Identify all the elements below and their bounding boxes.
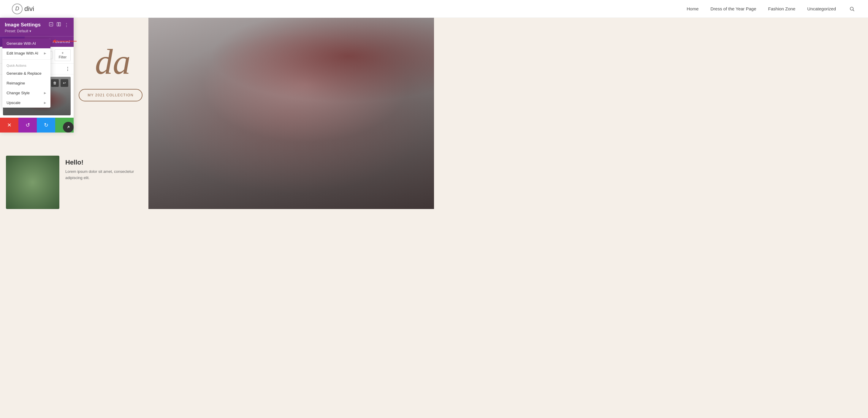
top-navigation: D divi Home Dress of the Year Page Fashi… xyxy=(0,0,434,18)
section-dots-icon[interactable]: ⋮ xyxy=(65,66,70,72)
panel-bottom-buttons: ✕ ↺ ↻ ✓ xyxy=(0,118,73,133)
dropdown-reimagine[interactable]: Reimagine xyxy=(2,78,51,88)
image-overlay xyxy=(148,18,434,209)
dropdown-divider xyxy=(2,59,51,60)
undo-control-button[interactable]: ↩ xyxy=(61,79,68,87)
panel-header-icons: ⋮ xyxy=(49,22,69,28)
logo-text: divi xyxy=(24,5,34,13)
redo-button[interactable]: ↻ xyxy=(37,118,55,133)
svg-rect-4 xyxy=(57,23,59,26)
hello-body: Lorem ipsum dolor sit amet, consectetur … xyxy=(65,169,143,181)
drag-handle[interactable] xyxy=(63,122,73,133)
portrait-thumbnail xyxy=(6,155,59,209)
panel-more-icon[interactable]: ⋮ xyxy=(64,22,69,28)
hello-section: Hello! Lorem ipsum dolor sit amet, conse… xyxy=(65,155,143,181)
panel-title-area: Image Settings Preset: Default ▾ xyxy=(5,22,41,33)
portrait-image xyxy=(6,155,59,209)
right-hero-image xyxy=(148,18,434,209)
site-logo[interactable]: D divi xyxy=(12,4,34,14)
hero-text: da xyxy=(95,41,131,82)
hello-title: Hello! xyxy=(65,159,143,166)
svg-rect-5 xyxy=(59,23,61,26)
panel-header: Image Settings Preset: Default ▾ ⋮ xyxy=(0,18,73,36)
undo-button[interactable]: ↺ xyxy=(19,118,37,133)
collection-button[interactable]: MY 2021 COLLECTION xyxy=(79,89,143,101)
dropdown-upscale[interactable]: Upscale ▶ xyxy=(2,98,51,108)
arrow-indicator xyxy=(53,41,76,41)
panel-expand-icon[interactable] xyxy=(49,22,54,28)
bottom-section: Hello! Lorem ipsum dolor sit amet, conse… xyxy=(0,150,148,209)
arrow-line xyxy=(53,41,76,41)
dropdown-edit-ai[interactable]: Edit Image With AI ▶ xyxy=(2,48,51,58)
change-style-arrow-icon: ▶ xyxy=(44,91,46,95)
panel-columns-icon[interactable] xyxy=(56,22,61,28)
cancel-button[interactable]: ✕ xyxy=(0,118,19,133)
delete-control-button[interactable]: 🗑 xyxy=(51,79,59,87)
logo-icon: D xyxy=(12,4,23,14)
dropdown-change-style[interactable]: Change Style ▶ xyxy=(2,88,51,98)
arrow-head xyxy=(53,39,56,43)
filter-button[interactable]: + Filter xyxy=(55,49,71,61)
panel-title: Image Settings xyxy=(5,22,41,28)
dropdown-menu: Generate With AI Edit Image With AI ▶ Qu… xyxy=(2,39,51,108)
dropdown-generate-replace[interactable]: Generate & Replace xyxy=(2,68,51,78)
upscale-arrow-icon: ▶ xyxy=(44,101,46,104)
chevron-right-icon: ▶ xyxy=(44,51,46,55)
dropdown-generate-ai[interactable]: Generate With AI xyxy=(2,39,51,48)
quick-actions-label: Quick Actions xyxy=(2,61,51,68)
panel-preset[interactable]: Preset: Default ▾ xyxy=(5,29,41,33)
